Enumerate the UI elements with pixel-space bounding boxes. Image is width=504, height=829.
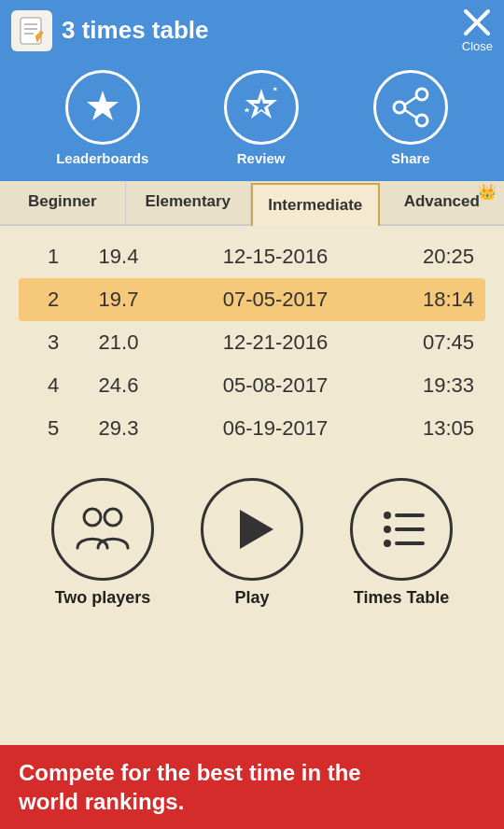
tab-intermediate[interactable]: Intermediate <box>251 183 380 226</box>
svg-point-18 <box>384 540 391 547</box>
header-left: 3 times table <box>11 10 209 51</box>
clock-4: 19:33 <box>390 373 474 398</box>
review-button[interactable]: Review <box>224 70 299 166</box>
tab-advanced[interactable]: Advanced 👑 <box>380 181 505 224</box>
svg-point-12 <box>105 509 121 526</box>
play-label: Play <box>234 588 269 608</box>
svg-point-8 <box>416 115 427 126</box>
time-1: 19.4 <box>77 245 161 269</box>
table-row: 3 21.0 12-21-2016 07:45 <box>19 321 485 364</box>
clock-1: 20:25 <box>390 245 474 269</box>
app-icon <box>11 10 52 51</box>
share-button[interactable]: Share <box>373 70 448 166</box>
times-table-label: Times Table <box>354 588 449 608</box>
times-table-icon <box>350 478 453 581</box>
tab-elementary[interactable]: Elementary <box>126 181 252 224</box>
times-table-button[interactable]: Times Table <box>350 478 453 608</box>
date-5: 06-19-2017 <box>161 416 390 441</box>
table-row: 5 29.3 06-19-2017 13:05 <box>19 407 485 450</box>
app-header: 3 times table Close <box>0 0 504 61</box>
score-table: 1 19.4 12-15-2016 20:25 2 19.7 07-05-201… <box>0 226 504 459</box>
rank-5: 5 <box>30 416 77 441</box>
difficulty-tabs: Beginner Elementary Intermediate Advance… <box>0 181 504 226</box>
svg-marker-13 <box>240 510 273 549</box>
play-button[interactable]: Play <box>201 478 303 608</box>
icon-bar: Leaderboards Review Share <box>0 61 504 181</box>
svg-point-11 <box>84 509 101 526</box>
leaderboards-icon <box>65 70 140 145</box>
clock-3: 07:45 <box>390 330 474 355</box>
svg-point-7 <box>394 102 405 113</box>
leaderboards-button[interactable]: Leaderboards <box>56 70 148 166</box>
play-icon <box>201 478 303 581</box>
date-2: 07-05-2017 <box>161 288 390 312</box>
close-label: Close <box>462 39 493 53</box>
review-label: Review <box>237 150 286 166</box>
rank-4: 4 <box>30 373 77 398</box>
time-4: 24.6 <box>77 373 161 398</box>
table-row: 1 19.4 12-15-2016 20:25 <box>19 235 485 278</box>
date-3: 12-21-2016 <box>161 330 390 355</box>
time-3: 21.0 <box>77 330 161 355</box>
share-icon <box>373 70 448 145</box>
table-row: 2 19.7 07-05-2017 18:14 <box>19 278 485 321</box>
banner-line1: Compete for the best time in the <box>19 758 485 787</box>
review-icon <box>224 70 299 145</box>
clock-5: 13:05 <box>390 416 474 441</box>
rank-2: 2 <box>30 288 77 312</box>
banner: Compete for the best time in the world r… <box>0 745 504 829</box>
share-label: Share <box>391 150 430 166</box>
leaderboards-label: Leaderboards <box>56 150 148 166</box>
two-players-icon <box>51 478 154 581</box>
rank-1: 1 <box>30 245 77 269</box>
clock-2: 18:14 <box>390 288 474 312</box>
svg-point-16 <box>384 526 391 533</box>
two-players-button[interactable]: Two players <box>51 478 154 608</box>
table-row: 4 24.6 05-08-2017 19:33 <box>19 364 485 407</box>
svg-point-14 <box>384 512 391 519</box>
tab-beginner[interactable]: Beginner <box>0 181 126 224</box>
time-2: 19.7 <box>77 288 161 312</box>
close-button[interactable]: Close <box>462 7 493 53</box>
banner-line2: world rankings. <box>19 787 485 816</box>
time-5: 29.3 <box>77 416 161 441</box>
svg-line-9 <box>405 97 416 105</box>
bottom-buttons: Two players Play Times Table <box>0 459 504 617</box>
rank-3: 3 <box>30 330 77 355</box>
two-players-label: Two players <box>55 588 151 608</box>
crown-icon: 👑 <box>478 183 497 201</box>
date-4: 05-08-2017 <box>161 373 390 398</box>
svg-point-6 <box>416 89 427 100</box>
app-title: 3 times table <box>62 16 209 45</box>
svg-line-10 <box>405 110 416 118</box>
date-1: 12-15-2016 <box>161 245 390 269</box>
